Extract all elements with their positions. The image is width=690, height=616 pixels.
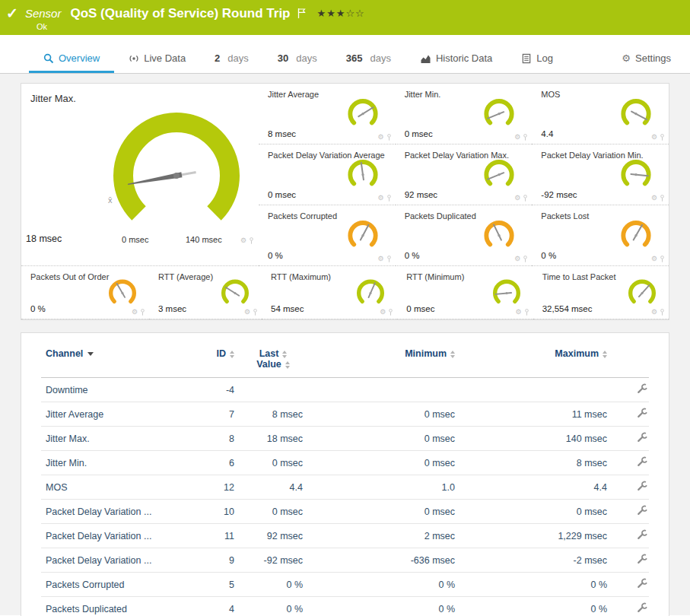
wrench-icon[interactable] (637, 481, 647, 491)
pin-icon[interactable] (253, 308, 258, 316)
gauge-needle (634, 225, 642, 240)
gear-icon[interactable]: ⚙ (651, 134, 657, 141)
channel-name: Jitter Average (41, 402, 193, 427)
content-area: Jitter Max. x̄ 18 msec 0 msec 140 msec ⚙ (0, 74, 690, 615)
page-title: QoS (Quality of Service) Round Trip (70, 6, 290, 21)
gauge-needle (631, 112, 647, 120)
gear-icon[interactable]: ⚙ (244, 309, 250, 316)
tab-log[interactable]: Log (507, 46, 568, 73)
pin-icon[interactable] (523, 194, 528, 202)
wrench-icon[interactable] (637, 602, 647, 613)
pin-icon[interactable] (660, 194, 665, 202)
pin-icon[interactable] (388, 308, 393, 316)
tab-overview[interactable]: Overview (29, 46, 114, 73)
pin-icon[interactable] (524, 308, 529, 316)
gauge-cell-rtt-maximum: RTT (Maximum) 54 msec ⚙ (262, 266, 397, 319)
gear-icon[interactable]: ⚙ (378, 256, 384, 262)
gear-icon[interactable]: ⚙ (378, 134, 384, 141)
bottom-gauges-row: Packets Out of Order 0 % ⚙ RTT (Average)… (21, 266, 669, 319)
wrench-icon[interactable] (637, 432, 647, 443)
col-header-minimum[interactable]: Minimum (307, 345, 459, 378)
gauge-value: 92 msec (405, 190, 437, 199)
gear-icon[interactable]: ⚙ (651, 195, 657, 202)
gauge-cell-packets-duplicated: Packets Duplicated 0 % ⚙ (396, 205, 533, 266)
gauge-value: 0 msec (406, 304, 434, 313)
col-header-id[interactable]: ID (193, 345, 239, 378)
gear-icon[interactable]: ⚙ (514, 195, 520, 202)
gauge-dial (615, 215, 657, 253)
gauge-cell-packets-out-of-order: Packets Out of Order 0 % ⚙ (21, 266, 149, 319)
wrench-icon[interactable] (637, 505, 647, 516)
gauge-needle (488, 173, 504, 179)
pin-icon[interactable] (386, 133, 392, 141)
channel-name: Packet Delay Variation ... (41, 548, 193, 573)
wrench-icon[interactable] (637, 456, 647, 467)
gauge-value: 54 msec (271, 304, 304, 313)
gauge-needle (631, 174, 647, 176)
stars-filled[interactable]: ★★★ (317, 8, 346, 19)
tab-30-days[interactable]: 30days (263, 46, 332, 73)
channel-table-panel: Channel ID Last Value Minimum Maximum Do… (21, 332, 669, 616)
wrench-icon[interactable] (637, 578, 647, 589)
gauge-value: 8 msec (268, 129, 296, 138)
col-header-channel[interactable]: Channel (41, 345, 193, 378)
wrench-icon[interactable] (637, 383, 647, 394)
tab-live-data[interactable]: Live Data (114, 46, 200, 73)
gear-icon: ⚙ (622, 53, 631, 63)
chart-icon (420, 53, 431, 64)
channel-name: Packets Corrupted (41, 573, 193, 597)
tab-historic-data[interactable]: Historic Data (405, 46, 507, 73)
tab-365-days[interactable]: 365days (332, 46, 405, 73)
table-header-row: Channel ID Last Value Minimum Maximum (41, 345, 649, 378)
gear-icon[interactable]: ⚙ (380, 309, 386, 316)
col-header-maximum[interactable]: Maximum (459, 345, 612, 378)
gauge-needle (117, 284, 125, 297)
wrench-icon[interactable] (637, 529, 647, 540)
gear-icon[interactable]: ⚙ (514, 134, 520, 141)
channel-name: Jitter Min. (41, 451, 193, 475)
gear-icon[interactable]: ⚙ (240, 237, 246, 244)
gear-icon[interactable]: ⚙ (514, 256, 520, 262)
pin-icon[interactable] (523, 133, 528, 141)
col-header-last-value[interactable]: Last Value (239, 345, 307, 378)
gauge-cell-packets-corrupted: Packets Corrupted 0 % ⚙ (259, 205, 396, 266)
tab-2-days[interactable]: 2days (200, 46, 263, 73)
wrench-icon[interactable] (637, 408, 647, 418)
pin-icon[interactable] (660, 255, 665, 263)
star-rating[interactable]: ★★★☆☆ (317, 8, 365, 19)
pin-icon[interactable] (660, 133, 665, 141)
tab-settings[interactable]: ⚙ Settings (607, 46, 685, 73)
gauge-value: 0 % (405, 251, 420, 260)
gauge-value: 0 msec (268, 190, 296, 199)
table-row: Packet Delay Variation ... 9 -92 msec -6… (41, 548, 649, 573)
sort-caret-icon (87, 352, 94, 356)
gear-icon[interactable]: ⚙ (378, 195, 384, 202)
tab-bar: Overview Live Data 2days 30days 365days … (0, 35, 690, 74)
gear-icon[interactable]: ⚙ (132, 309, 138, 316)
log-icon (521, 53, 532, 64)
pin-icon[interactable] (386, 255, 392, 263)
pin-icon[interactable] (386, 194, 392, 202)
status-check-icon: ✓ (6, 5, 18, 22)
pin-icon[interactable] (140, 308, 145, 316)
channel-name: Downtime (41, 378, 193, 402)
flag-icon[interactable] (297, 8, 307, 19)
gauge-title: Jitter Max. (30, 93, 76, 104)
pin-icon[interactable] (660, 308, 665, 316)
stars-empty[interactable]: ☆☆ (345, 8, 364, 19)
gauge-scale-min: 0 msec (122, 235, 148, 244)
table-row: Packet Delay Variation ... 10 0 msec 0 m… (41, 500, 649, 524)
wrench-icon[interactable] (637, 554, 647, 564)
pin-icon[interactable] (523, 255, 528, 263)
sort-arrows-icon (282, 351, 287, 358)
gauge-dial (103, 275, 141, 310)
gear-icon[interactable]: ⚙ (651, 309, 657, 316)
gauge-value: 0 msec (405, 129, 433, 138)
pin-icon[interactable] (249, 237, 254, 245)
object-kind-label: Sensor (25, 7, 62, 20)
gear-icon[interactable]: ⚙ (651, 256, 657, 262)
gear-icon[interactable]: ⚙ (516, 309, 522, 316)
sensor-header: ✓ Sensor QoS (Quality of Service) Round … (0, 0, 690, 35)
magnifier-icon (43, 53, 54, 64)
gauge-cell-rtt-average: RTT (Average) 3 msec ⚙ (149, 266, 262, 319)
